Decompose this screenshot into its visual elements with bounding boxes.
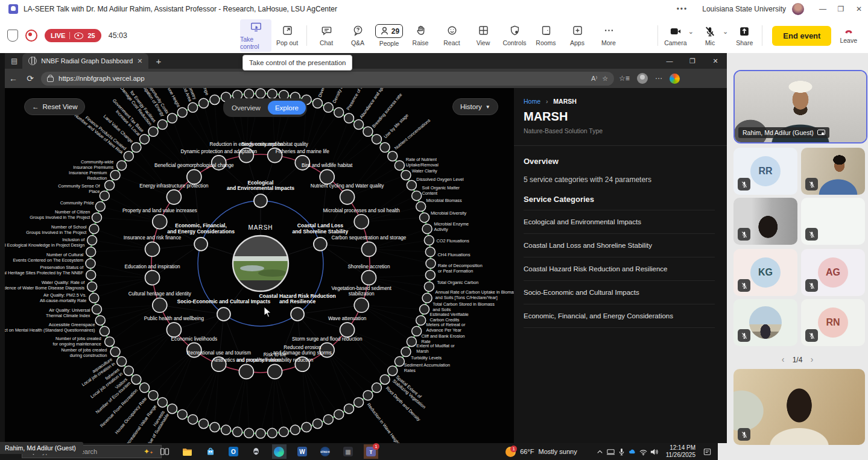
graph-node-outer[interactable] <box>416 202 426 212</box>
graph-node-outer[interactable] <box>312 98 322 108</box>
graph-node-outer[interactable] <box>92 213 101 222</box>
graph-node-outer[interactable] <box>394 160 404 170</box>
graph-node-outer[interactable] <box>302 423 311 432</box>
toolbar-button-q-a[interactable]: Q&A <box>342 19 373 52</box>
graph-node-outer[interactable] <box>199 98 209 108</box>
graph-node-outer[interactable] <box>95 315 105 325</box>
graph-node-parameter[interactable] <box>166 190 181 204</box>
graph-node-outer[interactable] <box>334 409 344 419</box>
graph-node-parameter[interactable] <box>153 298 167 312</box>
favorites-bar-icon[interactable]: ☆≡ <box>619 74 630 83</box>
graph-node-outer[interactable] <box>86 270 96 280</box>
graph-node-outer[interactable] <box>420 304 429 314</box>
graph-node-outer[interactable] <box>124 151 133 161</box>
explore-tab[interactable]: Explore <box>268 101 306 115</box>
graph-node-category[interactable] <box>314 238 327 251</box>
word-icon[interactable]: W <box>295 444 309 459</box>
category-item[interactable]: Socio-Economic and Cultural Impacts <box>524 281 715 304</box>
graph-node-outer[interactable] <box>210 95 220 104</box>
mic-tray-icon[interactable] <box>617 447 626 456</box>
history-dropdown[interactable]: History ▼ <box>452 98 498 115</box>
participant-tile[interactable]: RN <box>801 299 865 346</box>
graph-node-parameter[interactable] <box>320 169 334 184</box>
graph-node-outer[interactable] <box>412 191 422 201</box>
graph-node-outer[interactable] <box>426 259 436 268</box>
toolbar-button-react[interactable]: React <box>436 19 467 52</box>
graph-node-outer[interactable] <box>244 89 254 99</box>
category-item[interactable]: Coastal Land Loss and Shoreline Stabilit… <box>524 234 715 257</box>
graph-node-outer[interactable] <box>100 326 109 336</box>
graph-node-parameter[interactable] <box>268 364 282 379</box>
graph-node-parameter[interactable] <box>354 298 369 312</box>
graph-node-outer[interactable] <box>148 391 158 400</box>
device-icon[interactable] <box>606 447 615 456</box>
app-icon[interactable]: ▦ <box>341 444 355 459</box>
task-view-icon[interactable] <box>157 444 172 459</box>
graph-node-outer[interactable] <box>210 423 220 432</box>
graph-node-outer[interactable] <box>388 151 398 161</box>
graph-node-outer[interactable] <box>87 236 97 245</box>
graph-node-parameter[interactable] <box>145 242 160 256</box>
graph-node-parameter[interactable] <box>354 215 369 229</box>
graph-node-outer[interactable] <box>394 357 404 367</box>
graph-node-outer[interactable] <box>188 102 198 112</box>
close-button[interactable]: ✕ <box>850 5 868 13</box>
toolbar-button-controls[interactable]: Controls <box>499 19 530 52</box>
graph-node-outer[interactable] <box>407 337 416 347</box>
volume-icon[interactable] <box>650 447 659 456</box>
graph-node-outer[interactable] <box>256 89 265 98</box>
participant-tile[interactable]: AG <box>801 249 865 296</box>
graph-node-category[interactable] <box>291 307 304 321</box>
alienware-icon[interactable] <box>249 444 264 459</box>
graph-node-category[interactable] <box>217 307 230 321</box>
participant-tile[interactable]: KG <box>733 249 797 296</box>
graph-node-outer[interactable] <box>86 259 95 268</box>
graph-node-outer[interactable] <box>100 191 109 201</box>
user-avatar[interactable] <box>792 3 804 15</box>
graph-node-outer[interactable] <box>157 120 167 130</box>
graph-node-outer[interactable] <box>188 415 198 424</box>
graph-node-outer[interactable] <box>380 374 390 384</box>
graph-node-parameter[interactable] <box>361 242 376 256</box>
graph-node-outer[interactable] <box>424 282 434 291</box>
restore-button[interactable]: ❐ <box>832 5 850 13</box>
search-highlights-icon[interactable]: ✦✦ <box>144 447 153 456</box>
graph-node-outer[interactable] <box>177 108 187 118</box>
graph-node-outer[interactable] <box>110 347 120 357</box>
back-icon[interactable]: ← <box>5 74 22 83</box>
browser-menu-icon[interactable]: ⋯ <box>655 74 662 83</box>
refresh-icon[interactable]: ⟳ <box>22 74 39 83</box>
overview-tab[interactable]: Overview <box>224 104 268 112</box>
graph-node-outer[interactable] <box>124 366 133 376</box>
graph-node-outer[interactable] <box>105 337 115 347</box>
category-item[interactable]: Coastal Hazard Risk Reduction and Resili… <box>524 257 715 281</box>
url-text[interactable]: https://nnbfgraph.vercel.app <box>59 75 586 82</box>
share-button[interactable]: Share <box>730 25 758 46</box>
copilot-icon[interactable] <box>670 74 680 84</box>
graph-node-parameter[interactable] <box>239 364 253 379</box>
tab-actions-icon[interactable]: ▤ <box>11 57 17 65</box>
radial-graph-canvas[interactable]: Community-wideInsurance PremiumsInsuranc… <box>5 88 514 443</box>
weather-widget[interactable]: 1 66°F Mostly sunny <box>505 447 577 457</box>
graph-node-outer[interactable] <box>416 315 426 325</box>
toolbar-button-view[interactable]: View <box>467 19 499 52</box>
chevron-up-icon[interactable] <box>595 447 604 456</box>
address-bar[interactable]: https://nnbfgraph.vercel.app A⁾ ☆ <box>41 72 614 86</box>
mic-button[interactable]: Mic <box>696 25 724 46</box>
onedrive-icon[interactable] <box>628 447 637 456</box>
participant-tile[interactable]: RR <box>733 148 797 195</box>
graph-node-outer[interactable] <box>87 282 97 291</box>
graph-node-outer[interactable] <box>86 247 96 257</box>
end-event-button[interactable]: End event <box>772 26 831 46</box>
graph-node-outer[interactable] <box>117 357 127 367</box>
graph-node-outer[interactable] <box>412 326 422 336</box>
tab-close-icon[interactable]: ✕ <box>137 57 142 65</box>
speaker-video-tile[interactable]: Rahim, Md Adilur (Guest) <box>733 70 867 143</box>
webex-icon[interactable]: cisco <box>318 444 332 459</box>
graph-node-outer[interactable] <box>157 397 167 407</box>
graph-node-outer[interactable] <box>110 170 120 180</box>
outlook-icon[interactable]: O <box>226 444 241 459</box>
graph-node-outer[interactable] <box>167 113 177 123</box>
favorite-star-icon[interactable]: ☆ <box>602 75 608 83</box>
next-page-icon[interactable]: › <box>811 354 814 364</box>
